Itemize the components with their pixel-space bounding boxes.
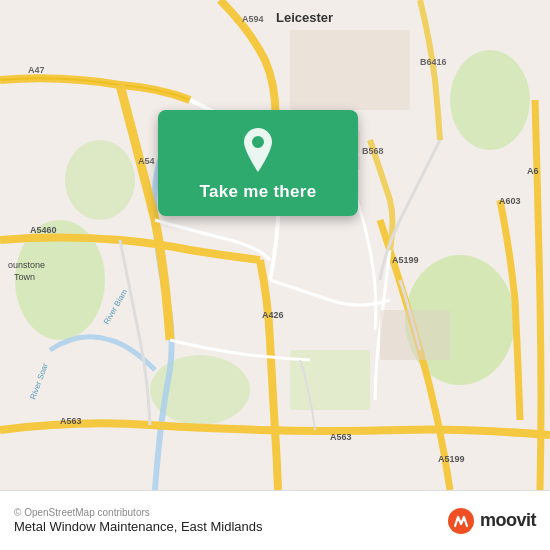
svg-text:B568: B568 bbox=[362, 146, 384, 156]
svg-text:A5460: A5460 bbox=[30, 225, 57, 235]
svg-text:A426: A426 bbox=[262, 310, 284, 320]
svg-text:B6416: B6416 bbox=[420, 57, 447, 67]
svg-text:River Soar: River Soar bbox=[28, 362, 49, 401]
take-me-there-label: Take me there bbox=[200, 182, 317, 202]
copyright-text: © OpenStreetMap contributors bbox=[14, 507, 263, 518]
svg-text:A47: A47 bbox=[28, 65, 45, 75]
take-me-there-card[interactable]: Take me there bbox=[158, 110, 358, 216]
svg-point-1 bbox=[450, 50, 530, 150]
moovit-logo: moovit bbox=[447, 507, 536, 535]
svg-text:A563: A563 bbox=[60, 416, 82, 426]
svg-text:A594: A594 bbox=[242, 14, 264, 24]
svg-rect-8 bbox=[380, 310, 450, 360]
bottom-bar: © OpenStreetMap contributors Metal Windo… bbox=[0, 490, 550, 550]
svg-text:A5199: A5199 bbox=[438, 454, 465, 464]
svg-text:Town: Town bbox=[14, 272, 35, 282]
location-pin-icon bbox=[240, 128, 276, 172]
moovit-wordmark: moovit bbox=[480, 510, 536, 531]
svg-point-28 bbox=[448, 508, 474, 534]
map-container: A47 A594 B6416 A54 A5460 A426 B568 A5199… bbox=[0, 0, 550, 490]
moovit-icon bbox=[447, 507, 475, 535]
svg-text:A563: A563 bbox=[330, 432, 352, 442]
svg-text:Leicester: Leicester bbox=[276, 10, 333, 25]
svg-point-3 bbox=[65, 140, 135, 220]
svg-text:A6: A6 bbox=[527, 166, 539, 176]
location-label: Metal Window Maintenance, East Midlands bbox=[14, 519, 263, 534]
svg-text:A54: A54 bbox=[138, 156, 155, 166]
bottom-info: © OpenStreetMap contributors Metal Windo… bbox=[14, 507, 263, 534]
svg-point-27 bbox=[252, 136, 264, 148]
svg-text:River Biam: River Biam bbox=[102, 287, 130, 326]
svg-text:A5199: A5199 bbox=[392, 255, 419, 265]
map-svg: A47 A594 B6416 A54 A5460 A426 B568 A5199… bbox=[0, 0, 550, 490]
svg-text:ounstone: ounstone bbox=[8, 260, 45, 270]
svg-rect-6 bbox=[290, 30, 410, 110]
svg-text:A603: A603 bbox=[499, 196, 521, 206]
